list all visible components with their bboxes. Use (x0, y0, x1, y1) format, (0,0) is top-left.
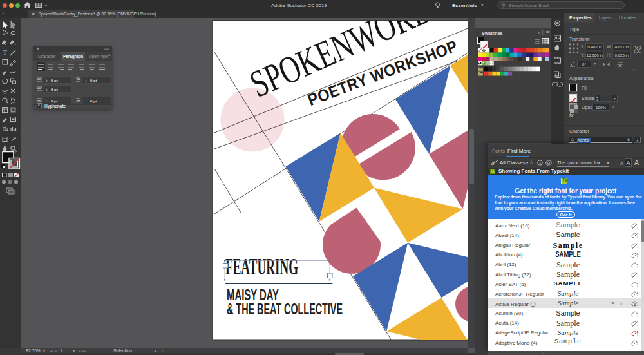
svg-text:& THE BEAT COLLECTIVE: & THE BEAT COLLECTIVE (227, 301, 343, 318)
svg-text:0 pt: 0 pt (51, 79, 58, 82)
svg-text:0 pt: 0 pt (51, 88, 58, 91)
svg-text:0 pt: 0 pt (51, 99, 58, 103)
svg-text:↕: ↕ (85, 79, 87, 82)
svg-text:↕: ↕ (46, 88, 48, 91)
svg-text:↕: ↕ (46, 99, 48, 103)
svg-text:T: T (3, 48, 7, 56)
svg-text:FEATURING: FEATURING (225, 254, 298, 280)
svg-text:↕: ↕ (46, 79, 48, 82)
svg-text:0 pt: 0 pt (90, 99, 97, 103)
svg-text:↕: ↕ (85, 99, 87, 103)
svg-text:0 pt: 0 pt (90, 79, 97, 82)
